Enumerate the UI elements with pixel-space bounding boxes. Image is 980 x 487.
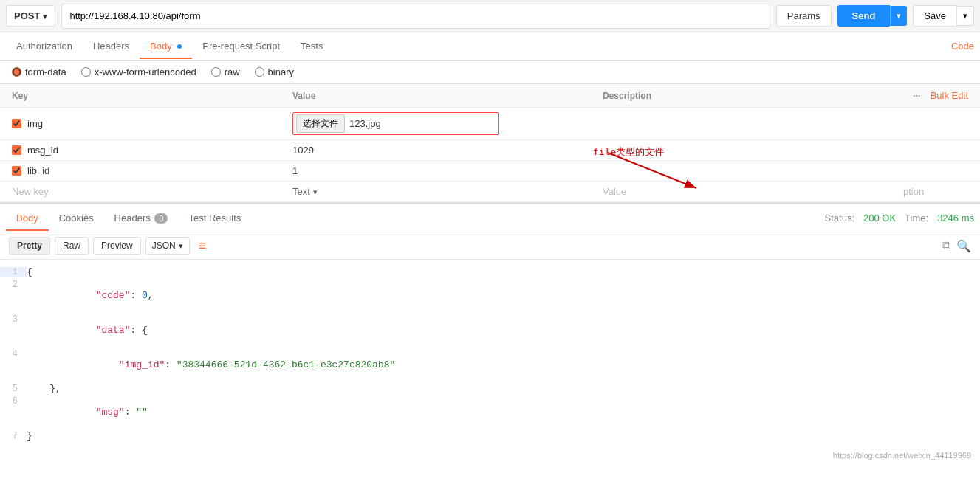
- method-chevron-icon: [43, 10, 47, 21]
- new-value-cell: Value: [591, 182, 891, 202]
- save-dropdown-button[interactable]: ▾: [957, 6, 974, 26]
- resp-tab-body[interactable]: Body: [6, 207, 49, 231]
- body-type-form-data[interactable]: form-data: [12, 66, 66, 77]
- choose-file-button[interactable]: 选择文件: [296, 114, 345, 133]
- time-label: Time:: [905, 213, 928, 224]
- col-header-description: Description: [591, 84, 891, 108]
- row-value-label: 1: [292, 165, 298, 176]
- json-format-selector[interactable]: JSON: [145, 237, 190, 255]
- wrap-button[interactable]: ≡: [194, 238, 211, 254]
- bulk-edit-button[interactable]: Bulk Edit: [931, 90, 968, 101]
- response-tabs-row: Body Cookies Headers 8 Test Results Stat…: [0, 204, 980, 232]
- code-line-5: 5 },: [0, 382, 980, 395]
- row-key-label: msg_id: [27, 145, 58, 156]
- row-actions-cell: [891, 140, 980, 161]
- request-tabs: Authorization Headers Body Pre-request S…: [0, 32, 980, 61]
- type-chevron-icon: [313, 186, 318, 197]
- col-header-actions: ··· Bulk Edit: [891, 84, 980, 108]
- method-label: POST: [14, 10, 40, 21]
- line-number-4: 4: [0, 349, 27, 359]
- table-row: msg_id 1029: [0, 140, 980, 161]
- response-status-area: Status: 200 OK Time: 3246 ms: [825, 213, 974, 224]
- row-checkbox[interactable]: [12, 145, 21, 155]
- new-value-placeholder: Value: [603, 186, 626, 197]
- line-number-3: 3: [0, 314, 27, 325]
- row-value-cell: 1029: [281, 140, 591, 161]
- method-selector[interactable]: POST: [6, 5, 55, 27]
- col-header-value: Value: [281, 84, 591, 108]
- row-key-label: img: [27, 118, 43, 129]
- line-number-1: 1: [0, 267, 27, 277]
- params-button[interactable]: Params: [776, 5, 832, 27]
- description-placeholder-partial: ption: [903, 186, 924, 197]
- line-content-5: },: [27, 383, 980, 394]
- line-content-3: "data": {: [27, 314, 980, 347]
- format-preview-button[interactable]: Preview: [93, 237, 141, 255]
- col-header-key: Key: [0, 84, 281, 108]
- status-label: Status:: [825, 213, 854, 224]
- resp-tab-cookies[interactable]: Cookies: [49, 207, 104, 231]
- tab-body[interactable]: Body: [140, 35, 192, 59]
- file-name-label: 123.jpg: [349, 118, 381, 129]
- code-line-3: 3 "data": {: [0, 313, 980, 348]
- body-type-urlencoded[interactable]: x-www-form-urlencoded: [81, 66, 196, 77]
- row-key-cell: msg_id: [0, 140, 281, 161]
- body-type-binary[interactable]: binary: [255, 66, 294, 77]
- type-select[interactable]: Text: [292, 186, 579, 197]
- body-type-row: form-data x-www-form-urlencoded raw bina…: [0, 61, 980, 84]
- new-key-row: New key Text Value ption: [0, 182, 980, 202]
- save-button-group: Save ▾: [913, 5, 974, 27]
- row-checkbox[interactable]: [12, 166, 21, 176]
- three-dots-icon[interactable]: ···: [913, 91, 920, 101]
- resp-tab-headers[interactable]: Headers 8: [104, 207, 179, 231]
- toolbar-icon-buttons: ⧉ 🔍: [942, 239, 971, 253]
- line-content-4: "img_id": "38344666-521d-4362-b6c1-e3c27…: [27, 348, 980, 381]
- format-pretty-button[interactable]: Pretty: [9, 237, 50, 255]
- annotation-overlay: ption file类型的文件: [903, 186, 968, 197]
- row-checkbox[interactable]: [12, 119, 21, 128]
- save-button[interactable]: Save: [913, 5, 957, 27]
- copy-icon[interactable]: ⧉: [942, 239, 950, 253]
- type-label: Text: [292, 186, 310, 197]
- url-input[interactable]: [61, 4, 770, 29]
- time-value: 3246 ms: [937, 213, 974, 224]
- send-button-group: Send ▾: [837, 5, 908, 27]
- row-key-cell: img: [0, 108, 281, 140]
- row-value-label: 1029: [292, 145, 314, 156]
- code-line-6: 6 "msg": "": [0, 395, 980, 429]
- tab-headers[interactable]: Headers: [83, 35, 140, 59]
- headers-count-badge: 8: [154, 213, 168, 224]
- code-output-area: 1 { 2 "code": 0, 3 "data": { 4 "img_id":…: [0, 260, 980, 448]
- row-actions-cell: [891, 161, 980, 182]
- tab-tests[interactable]: Tests: [290, 35, 333, 59]
- tab-authorization[interactable]: Authorization: [6, 35, 83, 59]
- line-number-5: 5: [0, 384, 27, 394]
- search-icon[interactable]: 🔍: [956, 239, 971, 253]
- format-raw-button[interactable]: Raw: [55, 237, 89, 255]
- send-button[interactable]: Send: [837, 5, 891, 27]
- code-line-4: 4 "img_id": "38344666-521d-4362-b6c1-e3c…: [0, 348, 980, 382]
- file-input-cell: 选择文件 123.jpg: [292, 112, 499, 135]
- new-key-cell: New key: [0, 182, 281, 202]
- row-description-cell: [591, 161, 891, 182]
- tab-pre-request-script[interactable]: Pre-request Script: [192, 35, 290, 59]
- row-actions-cell: [891, 108, 980, 140]
- code-link[interactable]: Code: [951, 41, 974, 52]
- send-dropdown-button[interactable]: ▾: [890, 6, 907, 26]
- code-line-1: 1 {: [0, 266, 980, 278]
- form-data-table-wrapper: Key Value Description ··· Bulk Edit: [0, 84, 980, 202]
- line-number-6: 6: [0, 396, 27, 407]
- json-label: JSON: [152, 241, 176, 251]
- resp-tab-test-results[interactable]: Test Results: [178, 207, 251, 231]
- body-type-raw[interactable]: raw: [211, 66, 240, 77]
- row-description-cell: [591, 140, 891, 161]
- line-number-7: 7: [0, 431, 27, 441]
- top-bar: POST Params Send ▾ Save ▾: [0, 0, 980, 32]
- line-content-2: "code": 0,: [27, 279, 980, 312]
- form-data-table: Key Value Description ··· Bulk Edit: [0, 84, 980, 202]
- response-toolbar: Pretty Raw Preview JSON ≡ ⧉ 🔍: [0, 232, 980, 260]
- new-type-cell: Text: [281, 182, 591, 202]
- line-number-2: 2: [0, 280, 27, 290]
- line-content-1: {: [27, 266, 980, 277]
- line-content-6: "msg": "": [27, 396, 980, 429]
